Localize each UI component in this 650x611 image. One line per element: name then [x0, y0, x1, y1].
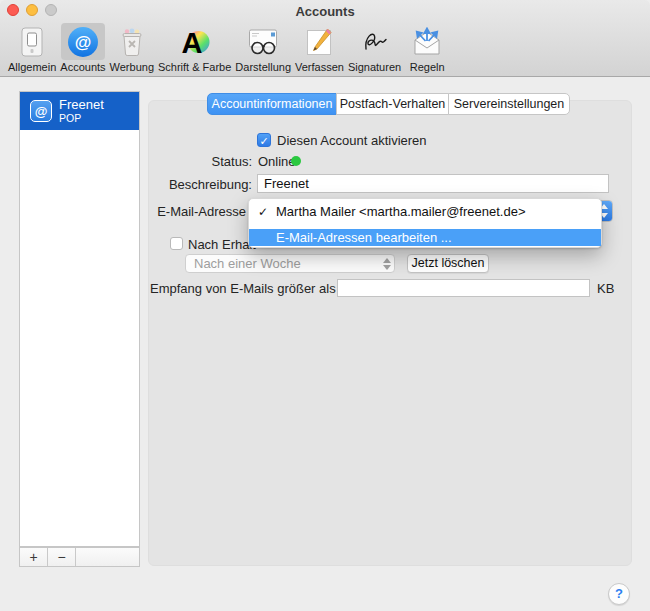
enable-account-label: Diesen Account aktivieren [277, 133, 427, 148]
toolbar-label: Verfassen [295, 61, 344, 73]
window-title: Accounts [0, 4, 650, 19]
tab-postfach-verhalten[interactable]: Postfach-Verhalten [336, 93, 449, 115]
toolbar-item-werbung[interactable]: Werbung [108, 23, 156, 73]
size-limit-unit: KB [597, 281, 614, 296]
account-list-item-freenet[interactable]: @ Freenet POP [20, 92, 139, 130]
toolbar-label: Allgemein [8, 61, 56, 73]
delete-after-receive-checkbox[interactable] [170, 237, 183, 250]
account-protocol: POP [59, 112, 104, 124]
toolbar-label: Schrift & Farbe [158, 61, 231, 73]
toolbar-label: Werbung [110, 61, 154, 73]
toolbar-item-signaturen[interactable]: Signaturen [346, 23, 403, 73]
svg-text:@: @ [75, 32, 92, 51]
status-label: Status: [92, 154, 252, 169]
toolbar-item-regeln[interactable]: Regeln [403, 23, 451, 73]
toolbar-label: Signaturen [348, 61, 401, 73]
at-icon: @ [30, 100, 52, 122]
toolbar-item-verfassen[interactable]: Verfassen [293, 23, 346, 73]
delete-now-button[interactable]: Jetzt löschen [407, 254, 489, 273]
remove-account-button[interactable]: − [48, 548, 76, 566]
email-address-label: E-Mail-Adresse [92, 204, 246, 219]
toolbar-item-schrift-farbe[interactable]: A Schrift & Farbe [156, 23, 233, 73]
status-value: Online [258, 154, 296, 169]
email-address-menu: ✓ Martha Mailer <martha.mailer@freenet.d… [248, 198, 602, 248]
size-limit-input[interactable] [337, 279, 590, 297]
description-input[interactable] [257, 174, 609, 193]
window-chrome: Accounts Allgemein [0, 0, 650, 77]
online-status-indicator [291, 156, 301, 166]
delete-after-receive-label: Nach Erhalt [188, 237, 256, 252]
size-limit-label: Empfang von E-Mails größer als [150, 281, 323, 296]
at-icon: @ [61, 23, 105, 60]
tab-bar: Accountinformationen Postfach-Verhalten … [207, 93, 570, 115]
popup-stepper-icon [378, 255, 387, 272]
envelope-arrows-icon [405, 23, 449, 60]
help-button[interactable]: ? [608, 583, 630, 605]
add-account-button[interactable]: + [20, 548, 48, 566]
account-settings-panel [148, 100, 632, 566]
check-icon: ✓ [258, 200, 268, 224]
trash-icon [110, 23, 154, 60]
description-label: Beschreibung: [92, 177, 252, 192]
toolbar-item-accounts[interactable]: @ Accounts [58, 23, 107, 73]
toolbar-label: Accounts [60, 61, 105, 73]
toolbar-item-darstellung[interactable]: Darstellung [233, 23, 293, 73]
account-list-actions: + − [19, 547, 140, 567]
glasses-envelope-icon [241, 23, 285, 60]
tab-accountinformationen[interactable]: Accountinformationen [207, 93, 337, 115]
toolbar: Allgemein @ Accounts [6, 23, 451, 73]
mail-preferences-window: Accounts Allgemein [0, 0, 650, 611]
list-bar-filler [76, 548, 139, 566]
font-color-icon: A [173, 23, 217, 60]
svg-text:A: A [181, 27, 202, 57]
switch-icon [10, 23, 54, 60]
check-icon: ✓ [259, 135, 268, 147]
menu-item-martha-mailer[interactable]: ✓ Martha Mailer <martha.mailer@freenet.d… [249, 200, 601, 224]
signature-icon [353, 23, 397, 60]
menu-item-edit-addresses[interactable]: E-Mail-Adressen bearbeiten ... [249, 229, 601, 246]
toolbar-label: Darstellung [235, 61, 291, 73]
toolbar-item-allgemein[interactable]: Allgemein [6, 23, 58, 73]
toolbar-label: Regeln [410, 61, 445, 73]
pencil-icon [297, 23, 341, 60]
tab-servereinstellungen[interactable]: Servereinstellungen [448, 93, 570, 115]
account-name: Freenet [59, 98, 104, 112]
delete-interval-popup[interactable]: Nach einer Woche [185, 254, 395, 273]
enable-account-checkbox[interactable]: ✓ [257, 133, 271, 147]
